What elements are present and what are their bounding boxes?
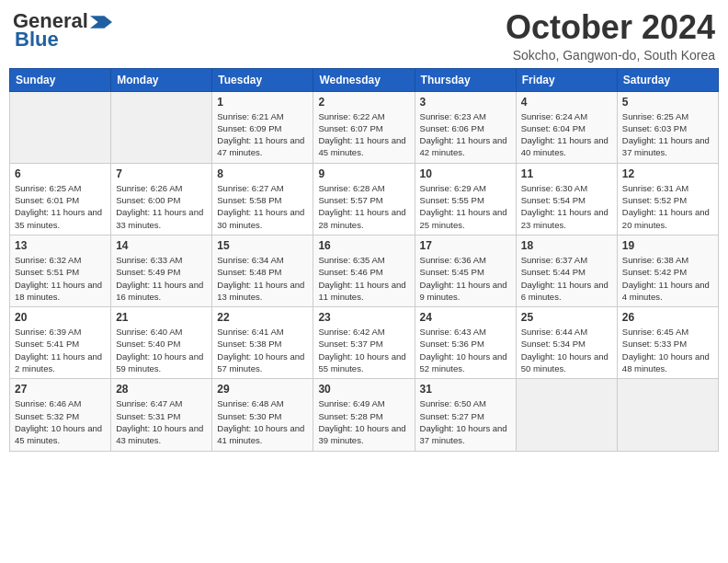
weekday-header-monday: Monday [111,68,212,91]
calendar-day-cell: 18Sunrise: 6:37 AM Sunset: 5:44 PM Dayli… [516,235,617,306]
day-info: Sunrise: 6:25 AM Sunset: 6:01 PM Dayligh… [15,182,106,231]
day-number: 13 [15,239,106,252]
day-number: 15 [217,239,308,252]
day-number: 22 [217,311,308,324]
day-info: Sunrise: 6:23 AM Sunset: 6:06 PM Dayligh… [420,110,511,159]
day-info: Sunrise: 6:32 AM Sunset: 5:51 PM Dayligh… [15,254,106,303]
day-number: 28 [116,383,207,396]
calendar-day-cell: 9Sunrise: 6:28 AM Sunset: 5:57 PM Daylig… [313,163,415,235]
logo: General Blue [13,9,112,52]
day-info: Sunrise: 6:37 AM Sunset: 5:44 PM Dayligh… [521,254,612,303]
weekday-header-thursday: Thursday [415,68,516,91]
day-info: Sunrise: 6:41 AM Sunset: 5:38 PM Dayligh… [217,326,308,374]
day-number: 31 [420,383,511,396]
calendar-day-cell: 3Sunrise: 6:23 AM Sunset: 6:06 PM Daylig… [415,91,516,163]
weekday-header-wednesday: Wednesday [313,68,415,91]
day-info: Sunrise: 6:43 AM Sunset: 5:36 PM Dayligh… [420,326,511,374]
calendar-day-cell: 6Sunrise: 6:25 AM Sunset: 6:01 PM Daylig… [10,163,111,235]
calendar-day-cell: 23Sunrise: 6:42 AM Sunset: 5:37 PM Dayli… [313,307,415,379]
day-info: Sunrise: 6:44 AM Sunset: 5:34 PM Dayligh… [521,326,612,374]
calendar-day-cell: 5Sunrise: 6:25 AM Sunset: 6:03 PM Daylig… [617,91,718,163]
day-info: Sunrise: 6:45 AM Sunset: 5:33 PM Dayligh… [622,326,713,374]
day-info: Sunrise: 6:42 AM Sunset: 5:37 PM Dayligh… [318,326,409,374]
day-number: 2 [318,96,409,109]
calendar-day-cell: 11Sunrise: 6:30 AM Sunset: 5:54 PM Dayli… [516,163,617,235]
calendar-day-cell: 30Sunrise: 6:49 AM Sunset: 5:28 PM Dayli… [313,379,415,451]
day-info: Sunrise: 6:24 AM Sunset: 6:04 PM Dayligh… [521,110,612,159]
day-number: 18 [521,239,612,252]
day-number: 1 [217,96,308,109]
day-number: 27 [15,383,106,396]
day-info: Sunrise: 6:30 AM Sunset: 5:54 PM Dayligh… [521,182,612,231]
calendar-day-cell: 21Sunrise: 6:40 AM Sunset: 5:40 PM Dayli… [111,307,212,379]
calendar-day-cell: 29Sunrise: 6:48 AM Sunset: 5:30 PM Dayli… [212,379,313,451]
weekday-header-saturday: Saturday [617,68,718,91]
calendar-day-cell [10,91,111,163]
calendar-day-cell: 25Sunrise: 6:44 AM Sunset: 5:34 PM Dayli… [516,307,617,379]
day-number: 29 [217,383,308,396]
day-info: Sunrise: 6:27 AM Sunset: 5:58 PM Dayligh… [217,182,308,231]
calendar-week-row: 6Sunrise: 6:25 AM Sunset: 6:01 PM Daylig… [10,163,719,235]
day-info: Sunrise: 6:33 AM Sunset: 5:49 PM Dayligh… [116,254,207,303]
calendar-day-cell: 16Sunrise: 6:35 AM Sunset: 5:46 PM Dayli… [313,235,415,306]
day-info: Sunrise: 6:46 AM Sunset: 5:32 PM Dayligh… [15,397,106,446]
day-number: 16 [318,239,409,252]
calendar-day-cell [516,379,617,451]
calendar-day-cell: 2Sunrise: 6:22 AM Sunset: 6:07 PM Daylig… [313,91,415,163]
month-title: October 2024 [506,9,715,46]
day-info: Sunrise: 6:40 AM Sunset: 5:40 PM Dayligh… [116,326,207,374]
calendar-day-cell: 28Sunrise: 6:47 AM Sunset: 5:31 PM Dayli… [111,379,212,451]
calendar-day-cell: 27Sunrise: 6:46 AM Sunset: 5:32 PM Dayli… [10,379,111,451]
day-info: Sunrise: 6:28 AM Sunset: 5:57 PM Dayligh… [318,182,409,231]
day-info: Sunrise: 6:29 AM Sunset: 5:55 PM Dayligh… [420,182,511,231]
day-number: 30 [318,383,409,396]
weekday-header-friday: Friday [516,68,617,91]
calendar-day-cell: 4Sunrise: 6:24 AM Sunset: 6:04 PM Daylig… [516,91,617,163]
calendar-day-cell [617,379,718,451]
weekday-header-sunday: Sunday [10,68,111,91]
day-info: Sunrise: 6:38 AM Sunset: 5:42 PM Dayligh… [622,254,713,303]
location-subtitle: Sokcho, Gangwon-do, South Korea [506,48,715,63]
calendar-day-cell: 31Sunrise: 6:50 AM Sunset: 5:27 PM Dayli… [415,379,516,451]
calendar-week-row: 20Sunrise: 6:39 AM Sunset: 5:41 PM Dayli… [10,307,719,379]
calendar-table: SundayMondayTuesdayWednesdayThursdayFrid… [9,68,719,452]
day-number: 14 [116,239,207,252]
day-info: Sunrise: 6:39 AM Sunset: 5:41 PM Dayligh… [15,326,106,374]
logo-blue: Blue [13,28,59,52]
day-number: 6 [15,167,106,180]
calendar-day-cell: 20Sunrise: 6:39 AM Sunset: 5:41 PM Dayli… [10,307,111,379]
day-number: 8 [217,167,308,180]
day-number: 11 [521,167,612,180]
day-number: 10 [420,167,511,180]
calendar-day-cell: 10Sunrise: 6:29 AM Sunset: 5:55 PM Dayli… [415,163,516,235]
day-info: Sunrise: 6:48 AM Sunset: 5:30 PM Dayligh… [217,397,308,446]
day-number: 21 [116,311,207,324]
day-number: 25 [521,311,612,324]
calendar-day-cell: 26Sunrise: 6:45 AM Sunset: 5:33 PM Dayli… [617,307,718,379]
day-number: 4 [521,96,612,109]
weekday-header-tuesday: Tuesday [212,68,313,91]
day-number: 26 [622,311,713,324]
calendar-day-cell: 12Sunrise: 6:31 AM Sunset: 5:52 PM Dayli… [617,163,718,235]
calendar-day-cell [111,91,212,163]
svg-marker-0 [90,16,112,29]
day-number: 3 [420,96,511,109]
title-block: October 2024 Sokcho, Gangwon-do, South K… [506,9,715,63]
calendar-day-cell: 1Sunrise: 6:21 AM Sunset: 6:09 PM Daylig… [212,91,313,163]
day-info: Sunrise: 6:25 AM Sunset: 6:03 PM Dayligh… [622,110,713,159]
day-info: Sunrise: 6:50 AM Sunset: 5:27 PM Dayligh… [420,397,511,446]
day-number: 23 [318,311,409,324]
calendar-week-row: 1Sunrise: 6:21 AM Sunset: 6:09 PM Daylig… [10,91,719,163]
day-number: 20 [15,311,106,324]
day-info: Sunrise: 6:22 AM Sunset: 6:07 PM Dayligh… [318,110,409,159]
weekday-header-row: SundayMondayTuesdayWednesdayThursdayFrid… [10,68,719,91]
calendar-day-cell: 14Sunrise: 6:33 AM Sunset: 5:49 PM Dayli… [111,235,212,306]
day-number: 24 [420,311,511,324]
day-info: Sunrise: 6:26 AM Sunset: 6:00 PM Dayligh… [116,182,207,231]
day-info: Sunrise: 6:49 AM Sunset: 5:28 PM Dayligh… [318,397,409,446]
day-number: 12 [622,167,713,180]
day-number: 9 [318,167,409,180]
day-info: Sunrise: 6:31 AM Sunset: 5:52 PM Dayligh… [622,182,713,231]
calendar-week-row: 27Sunrise: 6:46 AM Sunset: 5:32 PM Dayli… [10,379,719,451]
day-info: Sunrise: 6:34 AM Sunset: 5:48 PM Dayligh… [217,254,308,303]
